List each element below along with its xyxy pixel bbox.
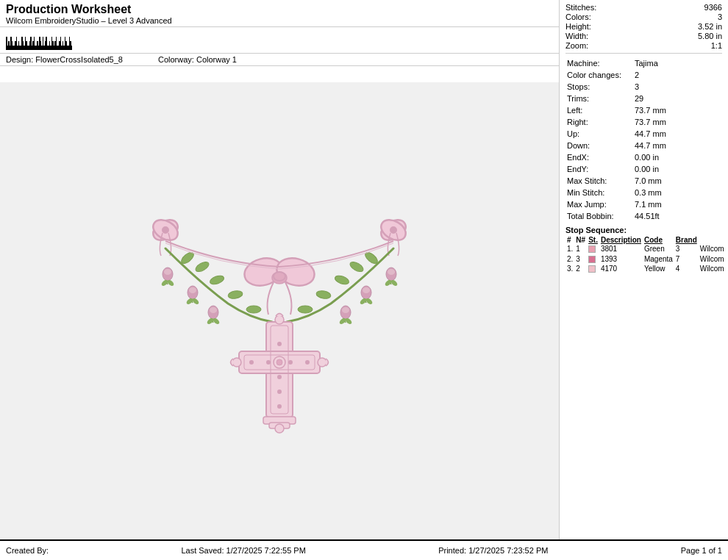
design-value: FlowerCrossIsolated5_8 bbox=[35, 55, 123, 64]
endy-label: EndY: bbox=[567, 164, 633, 174]
svg-point-47 bbox=[342, 307, 349, 313]
created-by: Created By: bbox=[6, 546, 49, 555]
height-row: Height: 3.52 in bbox=[565, 22, 722, 31]
col-brand: Brand bbox=[674, 236, 699, 244]
svg-point-68 bbox=[278, 376, 281, 378]
svg-point-58 bbox=[318, 358, 326, 367]
properties-table: Machine: Tajima Color changes: 2 Stops: … bbox=[565, 57, 722, 223]
svg-point-27 bbox=[189, 287, 196, 293]
width-value: 5.80 in bbox=[698, 32, 722, 40]
colorway-label-text: Colorway: bbox=[158, 55, 194, 64]
height-label: Height: bbox=[565, 22, 591, 31]
endx-label: EndX: bbox=[567, 152, 633, 162]
col-description: Description bbox=[599, 236, 643, 244]
endy-row: EndY: 0.00 in bbox=[567, 164, 721, 174]
list-item: 3. 2 4170 Yellow 4 Wilcom bbox=[565, 264, 726, 273]
color-changes-row: Color changes: 2 bbox=[567, 70, 721, 80]
printed-label: Printed: bbox=[438, 546, 466, 555]
printed-value: 1/27/2025 7:23:52 PM bbox=[468, 546, 548, 555]
machine-label: Machine: bbox=[567, 58, 633, 68]
svg-point-69 bbox=[278, 390, 281, 393]
right-row: Right: 73.7 mm bbox=[567, 117, 721, 127]
design-label: Design: FlowerCrossIsolated5_8 bbox=[6, 55, 123, 64]
colorway-value: Colorway 1 bbox=[196, 55, 237, 64]
stops-label: Stops: bbox=[567, 82, 633, 92]
stitches-value: 9366 bbox=[704, 3, 722, 12]
last-saved-label: Last Saved: bbox=[181, 546, 224, 555]
list-item: 1. 1 3801 Green 3 Wilcom bbox=[565, 244, 726, 254]
svg-point-57 bbox=[232, 358, 241, 367]
min-stitch-label: Min Stitch: bbox=[567, 187, 633, 198]
svg-point-64 bbox=[289, 361, 292, 364]
max-stitch-label: Max Stitch: bbox=[567, 176, 633, 186]
max-jump-row: Max Jump: 7.1 mm bbox=[567, 199, 721, 209]
zoom-label: Zoom: bbox=[565, 41, 588, 50]
down-label: Down: bbox=[567, 140, 633, 151]
left-value: 73.7 mm bbox=[635, 105, 721, 115]
svg-point-37 bbox=[388, 269, 395, 275]
left-label: Left: bbox=[567, 105, 633, 115]
barcode-section bbox=[0, 26, 559, 51]
stops-value: 3 bbox=[635, 82, 721, 92]
right-value: 73.7 mm bbox=[635, 117, 721, 127]
up-row: Up: 44.7 mm bbox=[567, 129, 721, 139]
colors-value: 3 bbox=[718, 12, 722, 21]
stitches-label: Stitches: bbox=[565, 3, 596, 12]
endy-value: 0.00 in bbox=[635, 164, 721, 174]
trims-value: 29 bbox=[635, 93, 721, 104]
col-st: St. bbox=[587, 236, 599, 244]
stitches-row: Stitches: 9366 bbox=[565, 3, 722, 12]
svg-point-6 bbox=[390, 227, 396, 233]
min-stitch-row: Min Stitch: 0.3 mm bbox=[567, 187, 721, 198]
down-value: 44.7 mm bbox=[635, 140, 721, 151]
col-n: N# bbox=[574, 236, 587, 244]
up-label: Up: bbox=[567, 129, 633, 139]
max-jump-label: Max Jump: bbox=[567, 199, 633, 209]
color-changes-value: 2 bbox=[635, 70, 721, 80]
last-saved-value: 1/27/2025 7:22:55 PM bbox=[226, 546, 306, 555]
max-stitch-value: 7.0 mm bbox=[635, 176, 721, 186]
svg-point-20 bbox=[298, 306, 313, 313]
stop-sequence-title: Stop Sequence: bbox=[565, 226, 722, 234]
page-number: Page 1 of 1 bbox=[681, 546, 722, 555]
embroidery-svg bbox=[88, 134, 471, 487]
total-bobbin-value: 44.51ft bbox=[635, 211, 721, 221]
design-canvas bbox=[0, 82, 559, 539]
svg-point-42 bbox=[363, 287, 370, 293]
machine-value: Tajima bbox=[635, 58, 721, 68]
right-label: Right: bbox=[567, 117, 633, 127]
svg-point-53 bbox=[275, 315, 284, 324]
svg-point-63 bbox=[267, 361, 270, 364]
svg-point-62 bbox=[276, 359, 282, 365]
down-row: Down: 44.7 mm bbox=[567, 140, 721, 151]
list-item: 2. 3 1393 Magenta 7 Wilcom bbox=[565, 254, 726, 263]
footer: Created By: Last Saved: 1/27/2025 7:22:5… bbox=[0, 539, 728, 560]
design-info-section: Design: FlowerCrossIsolated5_8 Colorway:… bbox=[0, 53, 559, 66]
endx-row: EndX: 0.00 in bbox=[567, 152, 721, 162]
colorway-label: Colorway: Colorway 1 bbox=[158, 55, 237, 64]
design-label-text: Design: bbox=[6, 55, 33, 64]
total-bobbin-label: Total Bobbin: bbox=[567, 211, 633, 221]
width-row: Width: 5.80 in bbox=[565, 32, 722, 40]
stops-row: Stops: 3 bbox=[567, 82, 721, 92]
svg-point-65 bbox=[250, 361, 253, 364]
left-row: Left: 73.7 mm bbox=[567, 105, 721, 115]
col-num: # bbox=[565, 236, 574, 244]
zoom-row: Zoom: 1:1 bbox=[565, 41, 722, 50]
max-jump-value: 7.1 mm bbox=[635, 199, 721, 209]
colors-label: Colors: bbox=[565, 12, 591, 21]
stop-seq-header: # N# St. Description Code Brand bbox=[565, 236, 726, 244]
svg-point-15 bbox=[246, 306, 261, 313]
right-panel: Stitches: 9366 Colors: 3 Height: 3.52 in… bbox=[559, 0, 728, 539]
printed: Printed: 1/27/2025 7:23:52 PM bbox=[438, 546, 548, 555]
last-saved: Last Saved: 1/27/2025 7:22:55 PM bbox=[181, 546, 305, 555]
stop-sequence-table: # N# St. Description Code Brand 1. 1 380… bbox=[565, 236, 726, 273]
subtitle: Wilcom EmbroideryStudio – Level 3 Advanc… bbox=[6, 16, 553, 25]
svg-point-3 bbox=[163, 227, 168, 233]
max-stitch-row: Max Stitch: 7.0 mm bbox=[567, 176, 721, 186]
height-value: 3.52 in bbox=[698, 22, 722, 31]
colors-row: Colors: 3 bbox=[565, 12, 722, 21]
page-title: Production Worksheet bbox=[6, 3, 553, 16]
color-changes-label: Color changes: bbox=[567, 70, 633, 80]
header-section: Production Worksheet Wilcom EmbroiderySt… bbox=[0, 0, 559, 27]
